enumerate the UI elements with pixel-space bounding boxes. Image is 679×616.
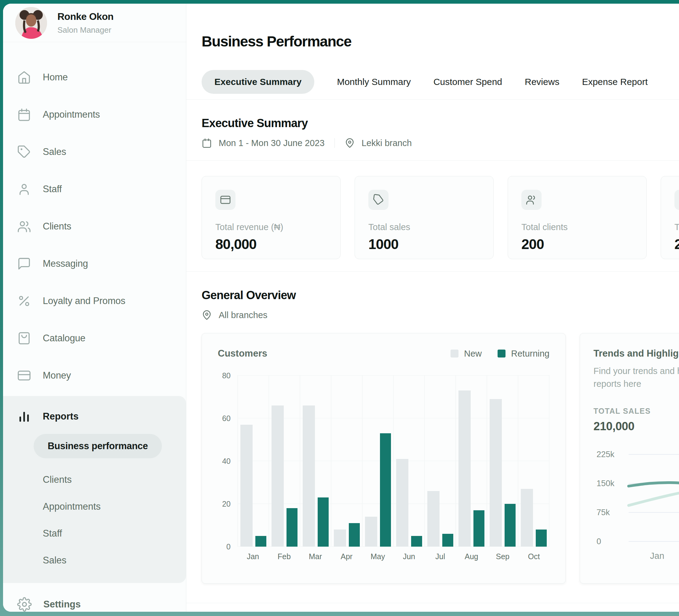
sidebar-item-catalogue[interactable]: Catalogue xyxy=(3,319,186,357)
profile-name: Ronke Okon xyxy=(57,11,113,22)
divider xyxy=(334,138,335,148)
sidebar-item-clients[interactable]: Clients xyxy=(3,208,186,245)
sidebar-item-money[interactable]: Money xyxy=(3,357,186,394)
bar-group-sep xyxy=(487,375,518,547)
legend-swatch-returning xyxy=(497,349,506,358)
sidebar-subitem-business-performance[interactable]: Business performance xyxy=(34,434,162,458)
main-content: Business Performance Executive Summary M… xyxy=(186,4,679,612)
chart-title: Customers xyxy=(218,348,267,359)
bar-group-jun xyxy=(393,375,424,547)
section-title-executive-summary: Executive Summary xyxy=(202,100,679,130)
x-tick-label: Jul xyxy=(425,552,456,561)
x-tick-label: May xyxy=(362,552,393,561)
tab-bar: Executive Summary Monthly Summary Custom… xyxy=(202,70,679,94)
bar-new-jul xyxy=(427,491,440,547)
tab-customer-spend[interactable]: Customer Spend xyxy=(433,70,502,94)
x-tick-label: Jun xyxy=(393,552,425,561)
y-tick-label: 80 xyxy=(222,371,231,380)
bar-returning-apr xyxy=(349,523,360,547)
sidebar-item-label: Reports xyxy=(43,411,78,422)
trends-subtitle: Find your trends and h reports here xyxy=(593,365,679,390)
svg-text:225k: 225k xyxy=(596,450,615,459)
home-icon xyxy=(17,70,31,84)
stat-value: 1000 xyxy=(368,236,480,252)
svg-text:150k: 150k xyxy=(596,479,615,488)
customers-chart-card: Customers New Returning xyxy=(202,333,566,584)
bar-group-mar xyxy=(300,375,331,547)
tab-executive-summary[interactable]: Executive Summary xyxy=(202,70,314,94)
sidebar-item-label: Loyalty and Promos xyxy=(43,296,125,306)
bar-new-oct xyxy=(521,489,533,547)
gear-icon xyxy=(17,597,32,612)
bar-new-mar xyxy=(303,405,315,547)
total-sales-value: 210,000 xyxy=(593,420,679,433)
sidebar-item-appointments[interactable]: Appointments xyxy=(3,96,186,133)
sidebar-item-settings[interactable]: Settings xyxy=(3,597,186,612)
sidebar-item-reports[interactable]: Reports xyxy=(3,409,186,424)
total-sales-label: TOTAL SALES xyxy=(593,407,679,415)
sidebar-item-label: Sales xyxy=(43,146,66,157)
bar-plot-area xyxy=(237,375,549,547)
bar-returning-jul xyxy=(442,534,453,547)
bar-returning-sep xyxy=(505,504,516,547)
divider xyxy=(186,160,679,161)
sidebar-item-home[interactable]: Home xyxy=(3,59,186,96)
branch-selector[interactable]: Lekki branch xyxy=(362,138,412,148)
stat-card-cut-off: Tota 20 xyxy=(661,176,679,259)
branch-selector[interactable]: All branches xyxy=(219,310,267,320)
bar-new-aug xyxy=(458,391,471,547)
calendar-icon xyxy=(202,138,212,148)
stat-card-total-clients: Total clients 200 xyxy=(508,176,647,259)
bar-new-jun xyxy=(396,459,409,547)
sidebar-item-messaging[interactable]: Messaging xyxy=(3,245,186,282)
stat-label: Tota xyxy=(674,222,679,232)
bar-returning-jan xyxy=(255,536,266,547)
location-pin-icon xyxy=(345,138,355,148)
legend-item-returning: Returning xyxy=(497,349,549,359)
stats-row: Total revenue (₦) 80,000 Total sales 100… xyxy=(202,176,679,259)
svg-text:Jan: Jan xyxy=(650,551,664,561)
legend-label: Returning xyxy=(511,349,549,359)
tag-icon xyxy=(368,190,389,210)
tag-icon xyxy=(17,145,31,159)
sidebar-nav: Home Appointments Sales Staff Clients Me… xyxy=(3,42,186,394)
tab-reviews[interactable]: Reviews xyxy=(525,70,559,94)
x-tick-label: Aug xyxy=(456,552,487,561)
stat-card-total-sales: Total sales 1000 xyxy=(355,176,494,259)
x-tick-label: Mar xyxy=(300,552,331,561)
stat-label: Total sales xyxy=(368,222,480,232)
bar-new-jan xyxy=(240,425,253,547)
sidebar-item-loyalty[interactable]: Loyalty and Promos xyxy=(3,282,186,319)
stat-value: 200 xyxy=(521,236,633,252)
profile-role: Salon Manager xyxy=(57,25,113,35)
chat-icon xyxy=(17,257,31,271)
shopping-bag-icon xyxy=(17,331,31,345)
sidebar-item-label: Home xyxy=(43,72,68,83)
sidebar-item-label: Appointments xyxy=(43,109,100,120)
overview-meta: All branches xyxy=(202,310,679,320)
bar-new-feb xyxy=(271,405,284,547)
legend-swatch-new xyxy=(451,349,458,358)
sidebar-subitem-appointments-report[interactable]: Appointments xyxy=(43,501,186,512)
avatar xyxy=(15,7,47,39)
app-window: Ronke Okon Salon Manager Home Appointmen… xyxy=(3,4,679,612)
x-tick-label: Sep xyxy=(487,552,518,561)
svg-text:0: 0 xyxy=(596,537,601,546)
sidebar-item-sales[interactable]: Sales xyxy=(3,133,186,171)
page-title: Business Performance xyxy=(202,4,679,50)
date-range[interactable]: Mon 1 - Mon 30 June 2023 xyxy=(219,138,325,148)
tab-expense-report[interactable]: Expense Report xyxy=(582,70,648,94)
tab-monthly-summary[interactable]: Monthly Summary xyxy=(337,70,411,94)
sidebar-item-staff[interactable]: Staff xyxy=(3,171,186,208)
person-icon xyxy=(17,182,31,196)
trends-panel: Trends and Highligh Find your trends and… xyxy=(580,333,679,584)
sidebar-subitem-clients-report[interactable]: Clients xyxy=(43,474,186,485)
sidebar-subitem-sales-report[interactable]: Sales xyxy=(43,555,186,566)
sidebar-subitem-staff-report[interactable]: Staff xyxy=(43,528,186,539)
y-tick-label: 40 xyxy=(222,457,231,466)
x-axis-labels: JanFebMarAprMayJunJulAugSepOct xyxy=(237,552,549,561)
sidebar: Ronke Okon Salon Manager Home Appointmen… xyxy=(3,4,186,612)
profile-block[interactable]: Ronke Okon Salon Manager xyxy=(3,4,186,42)
people-icon xyxy=(17,219,31,234)
percent-icon xyxy=(17,294,31,308)
